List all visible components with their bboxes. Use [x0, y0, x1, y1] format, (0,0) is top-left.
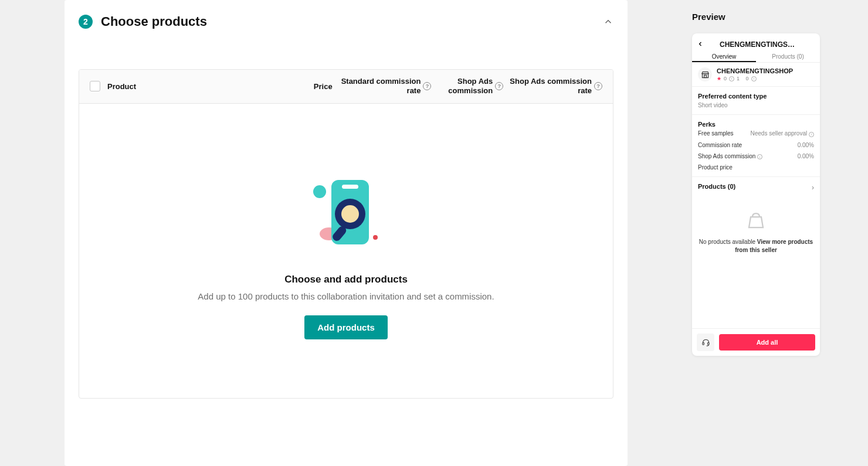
- column-product: Product: [106, 82, 252, 91]
- info-icon: i: [757, 154, 762, 159]
- empty-illustration: [308, 174, 384, 250]
- table-header-row: Product Price Standard commissionrate ? …: [79, 70, 613, 104]
- shop-icon: [698, 67, 712, 81]
- free-samples-value: Needs seller approval i: [751, 130, 815, 137]
- commission-label: Commission rate: [698, 142, 742, 148]
- column-shop-ads-rate: Shop Ads commissionrate: [510, 77, 592, 96]
- support-button[interactable]: [697, 334, 714, 351]
- collapse-toggle[interactable]: [603, 16, 613, 27]
- help-icon[interactable]: ?: [594, 82, 602, 90]
- empty-state: Choose and add products Add up to 100 pr…: [79, 104, 613, 398]
- preview-header-title: CHENGMENGTINGS…: [708, 40, 815, 49]
- svg-point-2: [373, 235, 378, 240]
- products-table: Product Price Standard commissionrate ? …: [79, 69, 613, 399]
- svg-rect-11: [707, 342, 709, 345]
- svg-rect-9: [704, 75, 706, 77]
- info-icon: i: [751, 76, 757, 81]
- chevron-up-icon: [603, 16, 613, 27]
- step-title: Choose products: [101, 14, 207, 29]
- free-samples-label: Free samples: [698, 130, 734, 137]
- info-icon: i: [729, 76, 734, 81]
- svg-rect-4: [342, 185, 358, 189]
- svg-rect-8: [702, 73, 708, 77]
- tab-products[interactable]: Products (0): [756, 52, 820, 62]
- shop-name: CHENGMENGTINGSHOP: [717, 67, 793, 74]
- shop-stats: ★ 0 i 1 0 i: [717, 76, 793, 81]
- add-products-button[interactable]: Add products: [304, 315, 388, 339]
- products-count-title: Products (0): [698, 183, 735, 190]
- column-standard-rate: Standard commissionrate: [341, 77, 421, 96]
- commission-value: 0.00%: [798, 142, 814, 148]
- perks-title: Perks: [698, 121, 814, 128]
- headset-icon: [701, 338, 710, 347]
- svg-point-0: [313, 185, 326, 198]
- info-icon: i: [809, 132, 814, 137]
- products-section-header[interactable]: Products (0) ›: [692, 177, 820, 198]
- storefront-icon: [701, 70, 710, 79]
- content-type-value: Short video: [698, 102, 814, 108]
- content-type-title: Preferred content type: [698, 93, 814, 100]
- chevron-left-icon: [697, 40, 704, 47]
- product-price-label: Product price: [698, 164, 733, 171]
- step-card: 2 Choose products Product Pr: [65, 0, 628, 466]
- star-icon: ★: [717, 76, 721, 81]
- add-all-button[interactable]: Add all: [719, 334, 815, 351]
- bag-icon: [745, 210, 767, 232]
- column-price: Price: [252, 82, 333, 91]
- tab-overview[interactable]: Overview: [692, 52, 756, 62]
- preview-label: Preview: [692, 12, 845, 22]
- phone-preview: CHENGMENGTINGS… Overview Products (0) CH…: [692, 33, 820, 356]
- select-all-checkbox[interactable]: [90, 81, 100, 91]
- shop-ads-value: 0.00%: [798, 153, 814, 159]
- empty-subtitle: Add up to 100 products to this collabora…: [198, 291, 494, 301]
- shop-ads-label: Shop Ads commission i: [698, 153, 762, 160]
- column-shop-ads: Shop Adscommission: [448, 77, 493, 96]
- svg-rect-10: [702, 342, 704, 345]
- empty-title: Choose and add products: [284, 274, 408, 285]
- help-icon[interactable]: ?: [495, 82, 503, 90]
- back-button[interactable]: [697, 39, 704, 50]
- help-icon[interactable]: ?: [423, 82, 431, 90]
- step-header: 2 Choose products: [65, 0, 628, 41]
- svg-point-6: [341, 205, 359, 223]
- step-number-badge: 2: [79, 15, 93, 29]
- products-empty-text: No products available View more products…: [692, 232, 820, 254]
- chevron-right-icon: ›: [812, 183, 814, 192]
